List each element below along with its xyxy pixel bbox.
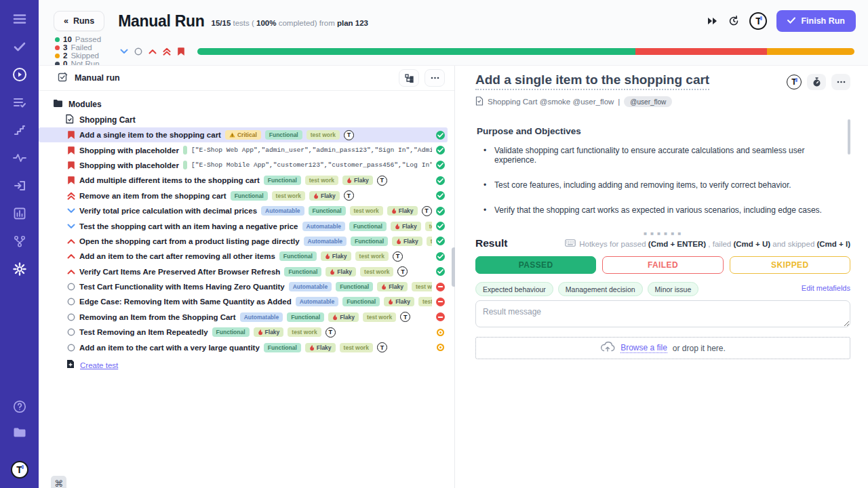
test-row[interactable]: Add an item to the cart after removing a… bbox=[39, 249, 454, 264]
tag-functional[interactable]: Functional bbox=[212, 327, 250, 337]
description-scrollbar[interactable] bbox=[848, 119, 850, 155]
tree-node-shopping-cart[interactable]: Shopping Cart bbox=[39, 113, 454, 127]
tag-functional[interactable]: Functional bbox=[351, 237, 388, 246]
test-description[interactable]: Purpose and Objectives Validate shopping… bbox=[475, 117, 850, 230]
tag-automatable[interactable]: Automatable bbox=[302, 222, 345, 231]
test-row[interactable]: Add a single item to the shopping cartCr… bbox=[39, 127, 448, 142]
filter-bookmark-icon[interactable] bbox=[177, 47, 185, 56]
assignee-avatar[interactable]: T bbox=[344, 130, 354, 140]
test-row[interactable]: Shopping with placeholder["E-Shop Mobile… bbox=[39, 158, 454, 173]
back-to-runs-button[interactable]: « Runs bbox=[54, 11, 104, 31]
tag-functional[interactable]: Functional bbox=[284, 267, 321, 277]
sidebar-help-circle-icon[interactable] bbox=[12, 399, 28, 415]
tag-flaky[interactable]: Flaky bbox=[326, 267, 356, 277]
tag-flaky[interactable]: Flaky bbox=[387, 206, 418, 216]
metafield-pill[interactable]: Expected behaviour bbox=[475, 282, 553, 296]
browse-file-link[interactable]: Browse a file bbox=[620, 343, 667, 353]
run-progress-bar[interactable] bbox=[197, 48, 854, 55]
create-test-link[interactable]: Create test bbox=[80, 361, 118, 369]
sidebar-gear-icon[interactable] bbox=[12, 261, 28, 277]
sidebar-folder-icon[interactable] bbox=[12, 424, 28, 441]
test-row[interactable]: Add an item to the cart with a very larg… bbox=[39, 340, 454, 354]
tag-testwork[interactable]: test work bbox=[305, 176, 338, 185]
sidebar-sign-in-icon[interactable] bbox=[12, 178, 28, 194]
filter-circle-icon[interactable] bbox=[134, 47, 142, 56]
tag-functional[interactable]: Functional bbox=[287, 312, 324, 322]
tag-testwork[interactable]: test work bbox=[418, 297, 432, 306]
sidebar-steps-icon[interactable] bbox=[12, 122, 28, 138]
tag-functional[interactable]: Functional bbox=[309, 206, 346, 216]
stopwatch-button[interactable] bbox=[807, 74, 826, 90]
tag-testwork[interactable]: test work bbox=[272, 191, 305, 201]
tag-flaky[interactable]: Flaky bbox=[309, 191, 340, 201]
test-row[interactable]: Add multiple different items to the shop… bbox=[39, 173, 454, 188]
assignee-avatar-t-logo[interactable]: T bbox=[787, 75, 802, 89]
sidebar-branch-icon[interactable] bbox=[12, 233, 28, 249]
tag-flaky[interactable]: Flaky bbox=[392, 237, 422, 246]
tag-functional[interactable]: Functional bbox=[336, 282, 373, 291]
metafield-pill[interactable]: Management decision bbox=[558, 282, 643, 296]
metafield-pill[interactable]: Minor issue bbox=[648, 282, 699, 296]
test-row[interactable]: Verify Cart Items Are Preserved After Br… bbox=[39, 264, 454, 279]
assignee-avatar[interactable]: T bbox=[326, 327, 336, 338]
tag-automatable[interactable]: Automatable bbox=[261, 206, 304, 216]
filter-caret-up-icon[interactable] bbox=[149, 49, 157, 54]
result-splitter[interactable]: ■ ■ ■ ■ ■ ■ bbox=[475, 230, 850, 237]
tag-testwork[interactable]: test work bbox=[307, 130, 340, 140]
tag-critical[interactable]: Critical bbox=[225, 130, 261, 140]
assignee-avatar[interactable]: T bbox=[422, 206, 432, 216]
test-row[interactable]: Test Cart Functionality with Items Havin… bbox=[39, 279, 454, 294]
detail-more-button[interactable] bbox=[831, 74, 850, 90]
tag-flaky[interactable]: Flaky bbox=[254, 327, 284, 337]
sidebar-play-circle-icon[interactable] bbox=[12, 66, 28, 83]
tag-testwork[interactable]: test work bbox=[363, 312, 396, 322]
assignee-avatar[interactable]: T bbox=[377, 342, 387, 352]
tag-automatable[interactable]: Automatable bbox=[240, 312, 283, 322]
tag-functional[interactable]: Functional bbox=[279, 251, 317, 261]
tag-functional[interactable]: Functional bbox=[264, 343, 301, 352]
test-row[interactable]: Removing an Item from the Shopping CartA… bbox=[39, 310, 454, 325]
tag-testwork[interactable]: test work bbox=[288, 327, 321, 337]
test-row[interactable]: Test Removing an Item RepeatedlyFunction… bbox=[39, 325, 454, 340]
retry-timer-icon[interactable] bbox=[728, 15, 740, 27]
failed-button[interactable]: FAILED bbox=[602, 256, 723, 274]
assignee-avatar[interactable]: T bbox=[397, 266, 408, 277]
tree-more-button[interactable] bbox=[425, 69, 445, 87]
assignee-avatar[interactable]: T bbox=[400, 312, 410, 322]
test-row[interactable]: Open the shopping cart from a product li… bbox=[39, 234, 454, 249]
tag-flaky[interactable]: Flaky bbox=[384, 297, 414, 306]
tag-functional[interactable]: Functional bbox=[265, 130, 302, 140]
tag-automatable[interactable]: Automatable bbox=[296, 297, 338, 306]
tag-flaky[interactable]: Flaky bbox=[321, 251, 351, 261]
test-row[interactable]: Verify total price calculation with deci… bbox=[39, 203, 454, 218]
t-logo-icon[interactable]: T bbox=[11, 461, 28, 479]
tag-testwork[interactable]: test work bbox=[425, 222, 432, 231]
assignee-avatar[interactable]: T bbox=[393, 251, 403, 262]
tag-flaky[interactable]: Flaky bbox=[377, 282, 408, 291]
sidebar-activity-icon[interactable] bbox=[12, 150, 28, 166]
user-avatar-t-logo[interactable]: T bbox=[749, 12, 767, 30]
assignee-avatar[interactable]: T bbox=[344, 190, 354, 201]
sidebar-hamburger-icon[interactable] bbox=[12, 11, 28, 27]
filter-chevron-down-icon[interactable] bbox=[120, 49, 128, 54]
test-title[interactable]: Add a single item to the shopping cart bbox=[475, 73, 709, 90]
tag-pill[interactable]: @user_flow bbox=[624, 96, 672, 107]
sidebar-bar-chart-icon[interactable] bbox=[12, 205, 28, 222]
command-menu-button[interactable]: ⌘ bbox=[51, 476, 66, 488]
skipped-button[interactable]: SKIPPED bbox=[730, 256, 850, 274]
assignee-avatar[interactable]: T bbox=[377, 176, 387, 186]
tag-testwork[interactable]: test work bbox=[360, 267, 393, 277]
tag-automatable[interactable]: Automatable bbox=[289, 282, 332, 291]
edit-metafields-link[interactable]: Edit metafields bbox=[802, 284, 850, 292]
tree-view-toggle-button[interactable] bbox=[399, 69, 419, 87]
tag-flaky[interactable]: Flaky bbox=[328, 312, 359, 322]
file-dropzone[interactable]: Browse a file or drop it here. bbox=[475, 337, 850, 359]
tag-testwork[interactable]: test work bbox=[412, 282, 432, 291]
tag-testwork[interactable]: test work bbox=[427, 237, 432, 246]
tag-testwork[interactable]: test work bbox=[355, 251, 389, 261]
finish-run-button[interactable]: Finish Run bbox=[776, 10, 856, 32]
tag-automatable[interactable]: Automatable bbox=[304, 237, 347, 246]
tag-flaky[interactable]: Flaky bbox=[305, 343, 336, 352]
passed-button[interactable]: PASSED bbox=[475, 256, 596, 274]
fast-forward-icon[interactable] bbox=[707, 16, 718, 26]
